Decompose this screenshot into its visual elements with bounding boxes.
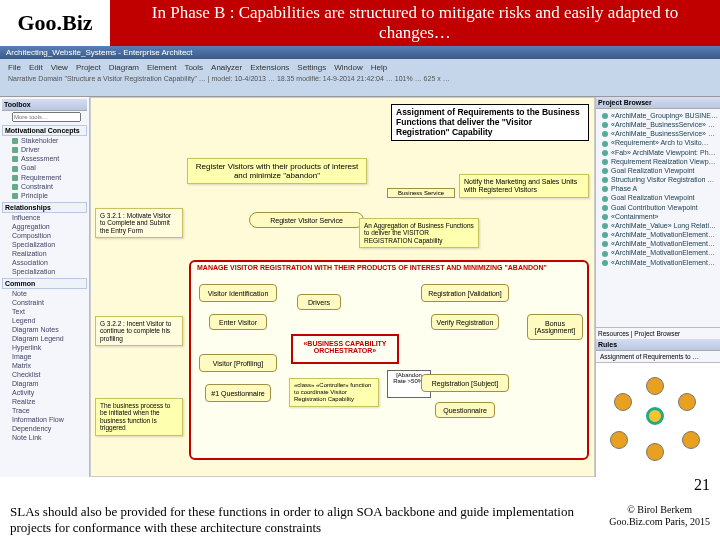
toolbox-item[interactable]: Legend (2, 316, 87, 325)
toolbox-item[interactable]: Stakeholder (2, 136, 87, 145)
tree-item[interactable]: «ArchiMate_Grouping» BUSINES… (602, 111, 718, 120)
node-icon (602, 168, 608, 174)
node-icon (602, 159, 608, 165)
func-enter-visitor[interactable]: Enter Visitor (209, 314, 267, 330)
tree-item[interactable]: «ArchiMate_MotivationElement» G3.2.1… (602, 239, 718, 248)
tree-item[interactable]: Structuring Visitor Registration C… (602, 175, 718, 184)
toolbox-search[interactable] (12, 112, 81, 122)
tree-item[interactable]: Goal Realization Viewpoint (602, 193, 718, 202)
toolbox-item[interactable]: Constraint (2, 182, 87, 191)
toolbox-item[interactable]: Constraint (2, 298, 87, 307)
node-icon (602, 196, 608, 202)
toolbox-item[interactable]: Note (2, 289, 87, 298)
func-visitor-profiling[interactable]: Visitor [Profiling] (199, 354, 277, 372)
toolbox-item[interactable]: Specialization (2, 240, 87, 249)
toolbox-item[interactable]: Text (2, 307, 87, 316)
business-service-label[interactable]: Business Service (387, 188, 455, 198)
business-capability-orchestrator[interactable]: «BUSINESS CAPABILITY ORCHESTRATOR» (291, 334, 399, 364)
toolbox-item[interactable]: Principle (2, 191, 87, 200)
tree-item[interactable]: «Requirement» Arch to Visito… (602, 138, 718, 147)
slide-title: In Phase B : Capabilities are structured… (110, 0, 720, 46)
toolbox-item[interactable]: Realization (2, 249, 87, 258)
toolbox-item[interactable]: Aggregation (2, 222, 87, 231)
copyright: © Birol Berkem (609, 504, 710, 516)
func-drivers[interactable]: Drivers (297, 294, 341, 310)
goal-register-visitors[interactable]: Register Visitors with their products of… (187, 158, 367, 184)
app-chrome: FileEditViewProjectDiagramElementToolsAn… (0, 59, 720, 97)
toolbox-item[interactable]: Activity (2, 388, 87, 397)
toolbox-section[interactable]: Common (2, 278, 87, 289)
logo: Goo.Biz (0, 0, 110, 46)
tree-item[interactable]: «ArchiMate_MotivationElement» G1.0 L… (602, 248, 718, 257)
tree-item[interactable]: Goal Realization Viewpoint (602, 166, 718, 175)
goal-notify-units[interactable]: Notify the Marketing and Sales Units wit… (459, 174, 589, 198)
thumbnail-preview[interactable] (596, 362, 720, 477)
goal-icon (12, 166, 18, 172)
stakeholder-icon (12, 138, 18, 144)
note-assignment[interactable]: Assignment of Requirements to the Busine… (391, 104, 589, 141)
panel-tabs[interactable]: Resources | Project Browser (596, 327, 720, 339)
toolbox-item[interactable]: Diagram (2, 379, 87, 388)
toolbox-item[interactable]: Assessment (2, 154, 87, 163)
menu-bar[interactable]: FileEditViewProjectDiagramElementToolsAn… (4, 61, 716, 74)
toolbox-item[interactable]: Dependency (2, 424, 87, 433)
toolbox-item[interactable]: Note Link (2, 433, 87, 442)
note-orchestrator-class[interactable]: «class» «Controller» function to coordin… (289, 378, 379, 407)
toolbox-item[interactable]: Matrix (2, 361, 87, 370)
tree-item[interactable]: «ArchiMate_MotivationElement» G1.0 S… (602, 258, 718, 267)
tree-item[interactable]: «ArchiMate_BusinessService» Reg… (602, 129, 718, 138)
toolbox-item[interactable]: Information Flow (2, 415, 87, 424)
project-browser-panel: Project Browser «ArchiMate_Grouping» BUS… (595, 97, 720, 477)
tree-item[interactable]: «ArchiMate_Value» Long Relationsh… (602, 221, 718, 230)
tree-item[interactable]: «ArchiMate_MotivationElement» G1.0 M… (602, 230, 718, 239)
func-visitor-identification[interactable]: Visitor Identification (199, 284, 277, 302)
func-registration-validation[interactable]: Registration [Validation] (421, 284, 509, 302)
node-icon (602, 141, 608, 147)
page-number: 21 (694, 476, 710, 494)
lane-title: MANAGE VISITOR REGISTRATION WITH THEIR P… (197, 264, 547, 271)
toolbox-item[interactable]: Diagram Legend (2, 334, 87, 343)
tree-item[interactable]: «Fab» ArchiMate Viewpoint: Phase A (602, 148, 718, 157)
toolbox-item[interactable]: Influence (2, 213, 87, 222)
tab-strip[interactable]: Narrative Domain "Structure a Visitor Re… (4, 74, 716, 83)
func-verify-registration[interactable]: Verify Registration (431, 314, 499, 330)
toolbox-item[interactable]: Association (2, 258, 87, 267)
func-questionnaire-1[interactable]: #1 Questionnaire (205, 384, 271, 402)
node-icon (602, 186, 608, 192)
toolbox-item[interactable]: Realize (2, 397, 87, 406)
toolbox-section[interactable]: Motivational Concepts (2, 125, 87, 136)
diagram-canvas[interactable]: Assignment of Requirements to the Busine… (90, 97, 595, 477)
func-bonus-assignment[interactable]: Bonus [Assignment] (527, 314, 583, 340)
toolbox-item[interactable]: Composition (2, 231, 87, 240)
toolbox-item[interactable]: Image (2, 352, 87, 361)
goal-g321[interactable]: G 3.2.1 : Motivate Visitor to Complete a… (95, 208, 183, 238)
tree-item[interactable]: «ArchiMate_BusinessService» Re… (602, 120, 718, 129)
note-process-trigger[interactable]: The business process to be initiated whe… (95, 398, 183, 436)
toolbox-section[interactable]: Relationships (2, 202, 87, 213)
toolbox-item[interactable]: Specialization (2, 267, 87, 276)
tree-item[interactable]: Goal Contribution Viewpoint (602, 203, 718, 212)
tree-item[interactable]: Phase A (602, 184, 718, 193)
toolbox-item[interactable]: Diagram Notes (2, 325, 87, 334)
toolbox-item[interactable]: Trace (2, 406, 87, 415)
rules-header: Rules (596, 339, 720, 351)
node-icon (602, 260, 608, 266)
assessment-icon (12, 156, 18, 162)
tree-item[interactable]: «Containment» (602, 212, 718, 221)
node-icon (602, 223, 608, 229)
toolbox-item[interactable]: Goal (2, 163, 87, 172)
toolbox-item[interactable]: Checklist (2, 370, 87, 379)
node-icon (602, 113, 608, 119)
toolbox-item[interactable]: Driver (2, 145, 87, 154)
tree-item[interactable]: Requirement Realization Viewpoi… (602, 157, 718, 166)
node-icon (602, 131, 608, 137)
note-aggregation[interactable]: An Aggregation of Business Functions to … (359, 218, 479, 248)
func-registration-subject[interactable]: Registration [Subject] (421, 374, 509, 392)
goal-g322[interactable]: G 3.2.2 : Incent Visitor to continue to … (95, 316, 183, 346)
node-icon (602, 205, 608, 211)
toolbox-item[interactable]: Requirement (2, 173, 87, 182)
app-window-title: Architecting_Website_Systems - Enterpris… (0, 46, 720, 59)
toolbox-item[interactable]: Hyperlink (2, 343, 87, 352)
func-questionnaire-2[interactable]: Questionnaire (435, 402, 495, 418)
service-register-visitor[interactable]: Register Visitor Service (249, 212, 364, 228)
